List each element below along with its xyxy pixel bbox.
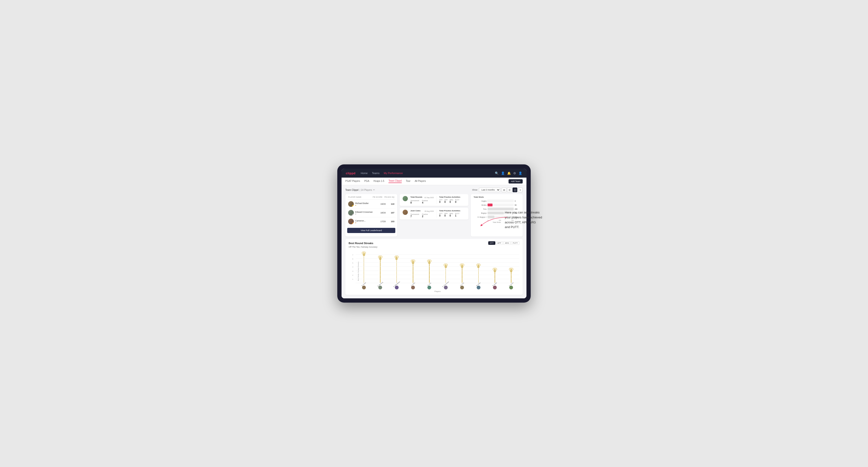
card-avatar — [402, 210, 408, 215]
y-tick: 7 — [352, 254, 353, 256]
rank-badge: 1 — [352, 205, 354, 207]
total-practice-label: Total Practice Activities — [439, 196, 466, 198]
card-practice: Total Practice Activities OTT 0 APP 0 — [439, 196, 466, 203]
main-content: Team Clippd | 14 Players ✏ Show Last 3 m… — [342, 185, 526, 299]
list-view-btn[interactable]: ☰ — [507, 187, 512, 192]
settings-icon[interactable]: ⚙ — [513, 172, 516, 175]
streaks-header: Best Round Streaks OTT APP ARG PUTT — [349, 241, 519, 245]
card-view-btn[interactable]: ◫ — [513, 187, 517, 192]
pb-score: 19/20 — [379, 203, 386, 205]
grid-line — [356, 254, 519, 255]
table-row: 3 Cameron... ♥ 17/20 103 — [347, 217, 395, 226]
player-info: 3 Cameron... ♥ — [348, 219, 378, 224]
leaderboard-panel: PLAYER NAME PB SCORE PB AVG SQ 1 Richard… — [345, 194, 397, 237]
ott-col: OTT 0 — [439, 213, 442, 217]
player-col: R. Butler — [487, 283, 503, 289]
mini-avatar — [362, 286, 366, 289]
user-icon[interactable]: 👤 — [501, 172, 505, 175]
player-col: D. Billingham — [389, 283, 405, 289]
nav-teams[interactable]: Teams — [372, 172, 379, 175]
rank-badge: 3 — [352, 222, 354, 224]
streak-chart-wrapper: Best Streak, Fairway Accuracy 7x 6x 6x — [349, 250, 519, 292]
add-team-button[interactable]: Add Team — [508, 179, 523, 184]
tournament-col: Tournament 7 — [410, 214, 419, 218]
grid-view-btn[interactable]: ⊞ — [502, 187, 506, 192]
nav-bar: clippd Home Teams My Performance 🔍 👤 🔔 ⚙… — [342, 168, 526, 178]
nav-icons: 🔍 👤 🔔 ⚙ 👤 — [495, 172, 522, 175]
y-tick: 2 — [352, 275, 353, 276]
card-date: 02 Sep 2023 — [424, 197, 434, 198]
tablet-frame: clippd Home Teams My Performance 🔍 👤 🔔 ⚙… — [337, 164, 531, 303]
edit-icon[interactable]: ✏ — [373, 189, 375, 191]
player-name: Cameron... — [355, 220, 366, 222]
search-icon[interactable]: 🔍 — [495, 172, 499, 175]
streak-bar-col: 4x — [460, 264, 464, 283]
bell-icon[interactable]: 🔔 — [507, 172, 511, 175]
badge-icon: ♥ — [355, 222, 366, 224]
mini-avatar — [444, 286, 448, 289]
nav-my-performance[interactable]: My Performance — [384, 172, 403, 175]
avatar: 1 — [348, 201, 354, 207]
nav-links: Home Teams My Performance — [361, 172, 490, 175]
tablet-screen: clippd Home Teams My Performance 🔍 👤 🔔 ⚙… — [342, 168, 526, 299]
table-row: 2 Edward Crossman ♥ 18/20 107 — [347, 209, 395, 217]
table-view-btn[interactable]: ≡ — [518, 187, 523, 192]
sub-nav-hcaps[interactable]: Hcaps 1-5 — [374, 180, 384, 183]
y-tick: 6 — [352, 258, 353, 260]
col-pb-avg: PB AVG SQ — [384, 196, 394, 198]
player-col: E. Crossman — [437, 283, 454, 289]
filter-app[interactable]: APP — [496, 241, 503, 245]
player-count: | 14 Players — [360, 189, 372, 191]
card-date: 26 Aug 2023 — [425, 210, 434, 212]
tournament-col: Tournament 8 — [410, 200, 419, 204]
pb-avg: 103 — [389, 220, 394, 223]
team-header: Team Clippd | 14 Players ✏ Show Last 3 m… — [345, 187, 523, 192]
show-controls: Show Last 3 months ⊞ ☰ ◫ ≡ — [472, 187, 523, 192]
sub-nav: PGAT Players PGA Hcaps 1-5 Team Clippd T… — [342, 178, 526, 185]
x-axis-label: Players — [356, 290, 519, 292]
col-pb-score: PB SCORE — [373, 196, 382, 198]
player-col: R. Britt — [421, 283, 437, 289]
badge-icon: ♥ — [355, 213, 373, 215]
app-col: APP 0 — [444, 199, 448, 203]
sub-nav-tour[interactable]: Tour — [406, 180, 410, 183]
nav-home[interactable]: Home — [361, 172, 368, 175]
app-logo: clippd — [346, 172, 355, 175]
col-player-name: PLAYER NAME — [348, 196, 371, 198]
streak-bar-col: 7x — [362, 252, 366, 283]
filter-arg[interactable]: ARG — [503, 241, 511, 245]
player-name: Richard Butler — [355, 202, 369, 205]
filter-tabs: OTT APP ARG PUTT — [488, 241, 519, 245]
filter-putt[interactable]: PUTT — [511, 241, 519, 245]
player-col: D. Ford — [454, 283, 470, 289]
card-rounds: Total Rounds 02 Sep 2023 Tournament 8 — [410, 196, 437, 204]
streaks-title: Best Round Streaks — [349, 242, 373, 245]
card-practice: Total Practice Activities OTT 0 APP 0 — [439, 210, 466, 217]
player-card-rees: Total Rounds 02 Sep 2023 Tournament 8 — [400, 194, 468, 206]
avatar — [403, 196, 408, 201]
player-col: J. Coles — [405, 283, 421, 289]
filter-ott[interactable]: OTT — [488, 241, 495, 245]
streak-bar-col: 6x — [395, 256, 399, 283]
app-col: APP 0 — [444, 213, 448, 217]
streak-bar-col: 3x — [493, 268, 497, 283]
view-leaderboard-button[interactable]: View Full Leaderboard — [347, 228, 395, 233]
period-select[interactable]: Last 3 months — [479, 188, 500, 192]
sub-nav-pga[interactable]: PGA — [364, 180, 369, 183]
sub-nav-team-clippd[interactable]: Team Clippd — [389, 180, 402, 183]
player-col: E. Ewert — [356, 283, 372, 289]
card-avatar — [402, 196, 408, 201]
streaks-section: Best Round Streaks OTT APP ARG PUTT Off … — [345, 239, 523, 295]
annotation-text: Here you can see streaksyour players hav… — [505, 210, 557, 230]
sub-nav-pgat[interactable]: PGAT Players — [345, 180, 360, 183]
sub-nav-all-players[interactable]: All Players — [415, 180, 426, 183]
putt-col: PUTT 1 — [455, 213, 459, 217]
pb-score: 18/20 — [379, 212, 386, 214]
card-rounds: Josh Coles 26 Aug 2023 Tournament 7 — [410, 210, 437, 218]
player-col: C. Quick — [503, 283, 519, 289]
y-tick: 5 — [352, 262, 353, 264]
player-card-name: Josh Coles — [410, 210, 421, 212]
rank-badge: 2 — [352, 214, 354, 216]
player-name: Edward Crossman — [355, 211, 373, 213]
avatar-icon[interactable]: 👤 — [519, 172, 522, 175]
